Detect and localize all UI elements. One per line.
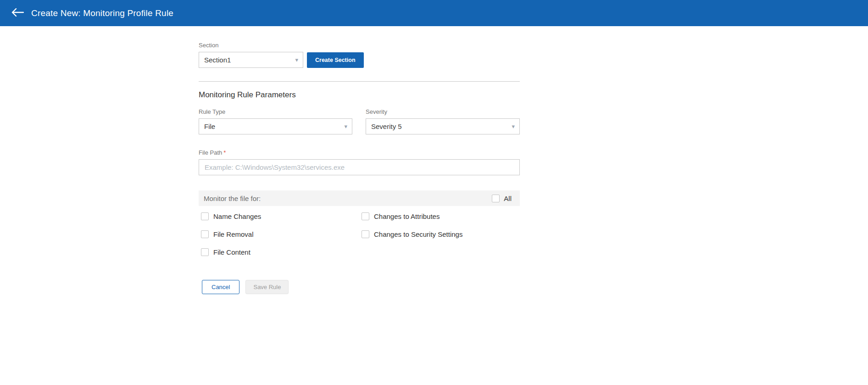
checkbox-name-changes[interactable]: Name Changes: [201, 212, 362, 220]
create-section-button[interactable]: Create Section: [307, 52, 364, 68]
checkbox-changes-to-security-settings[interactable]: Changes to Security Settings: [362, 230, 520, 238]
monitor-header-bar: Monitor the file for: All: [199, 190, 520, 206]
grid-spacer: [362, 248, 520, 256]
rule-type-label: Rule Type: [199, 108, 352, 115]
chevron-down-icon: ▾: [295, 57, 298, 63]
rule-type-field: Rule Type File ▾: [199, 108, 352, 134]
checkbox-changes-to-attributes[interactable]: Changes to Attributes: [362, 212, 520, 220]
file-path-input[interactable]: [199, 159, 520, 175]
page-title: Create New: Monitoring Profile Rule: [31, 8, 173, 18]
required-asterisk: *: [223, 149, 226, 156]
monitor-all-toggle[interactable]: All: [492, 195, 512, 202]
section-row: Section1 ▾ Create Section: [199, 52, 520, 68]
checkbox-label: File Content: [213, 248, 250, 256]
severity-label: Severity: [366, 108, 520, 115]
header-bar: Create New: Monitoring Profile Rule: [0, 0, 868, 26]
checkbox-file-content[interactable]: File Content: [201, 248, 362, 256]
create-rule-form: Section Section1 ▾ Create Section Monito…: [199, 26, 520, 294]
form-actions: Cancel Save Rule: [199, 280, 520, 294]
section-dropdown[interactable]: Section1 ▾: [199, 52, 303, 68]
section-divider: [199, 81, 520, 82]
all-checkbox[interactable]: [492, 195, 500, 202]
rule-type-dropdown[interactable]: File ▾: [199, 118, 352, 134]
checkbox-icon[interactable]: [201, 212, 209, 220]
file-path-label: File Path*: [199, 149, 520, 156]
monitor-heading: Monitor the file for:: [204, 195, 261, 202]
chevron-down-icon: ▾: [512, 123, 515, 129]
parameters-heading: Monitoring Rule Parameters: [199, 90, 520, 100]
severity-dropdown-value: Severity 5: [371, 123, 402, 130]
rule-type-severity-row: Rule Type File ▾ Severity Severity 5 ▾: [199, 108, 520, 134]
arrow-left-icon: [11, 8, 24, 18]
severity-dropdown[interactable]: Severity 5 ▾: [366, 118, 520, 134]
chevron-down-icon: ▾: [344, 123, 347, 129]
all-checkbox-label: All: [504, 195, 512, 202]
checkbox-icon[interactable]: [362, 230, 369, 238]
severity-field: Severity Severity 5 ▾: [366, 108, 520, 134]
section-dropdown-value: Section1: [204, 56, 231, 64]
monitor-options-grid: Name Changes Changes to Attributes File …: [199, 212, 520, 256]
checkbox-label: Changes to Security Settings: [374, 230, 462, 238]
checkbox-label: Changes to Attributes: [374, 212, 440, 220]
checkbox-icon[interactable]: [201, 248, 209, 256]
checkbox-icon[interactable]: [362, 212, 369, 220]
checkbox-label: File Removal: [213, 230, 254, 238]
checkbox-file-removal[interactable]: File Removal: [201, 230, 362, 238]
rule-type-dropdown-value: File: [204, 123, 215, 130]
checkbox-icon[interactable]: [201, 230, 209, 238]
cancel-button[interactable]: Cancel: [202, 280, 239, 294]
file-path-field: File Path*: [199, 149, 520, 175]
save-rule-button[interactable]: Save Rule: [245, 280, 289, 294]
checkbox-label: Name Changes: [213, 212, 261, 220]
section-label: Section: [199, 42, 520, 49]
back-button[interactable]: [8, 4, 27, 22]
